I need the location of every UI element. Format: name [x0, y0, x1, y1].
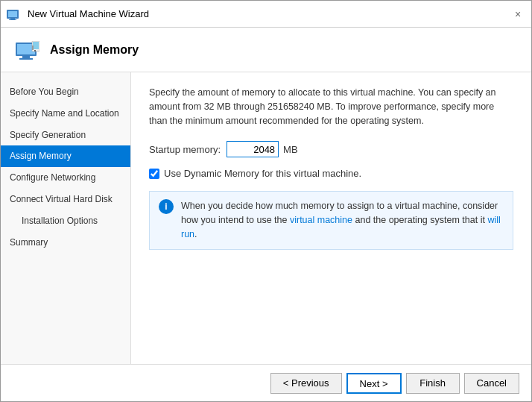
- nav-item-assign-memory[interactable]: Assign Memory: [1, 145, 130, 167]
- startup-memory-unit: MB: [283, 144, 298, 155]
- dynamic-memory-label[interactable]: Use Dynamic Memory for this virtual mach…: [164, 168, 361, 179]
- next-button[interactable]: Next >: [346, 373, 402, 394]
- nav-item-summary[interactable]: Summary: [1, 232, 130, 254]
- previous-button[interactable]: < Previous: [270, 373, 342, 394]
- svg-rect-10: [34, 50, 36, 51]
- nav-item-specify-generation[interactable]: Specify Generation: [1, 125, 130, 146]
- info-text-part2: and the operating system that it: [352, 215, 487, 225]
- info-text-part3: .: [194, 229, 197, 239]
- title-bar: New Virtual Machine Wizard ×: [1, 1, 531, 28]
- close-button[interactable]: ×: [510, 7, 525, 22]
- svg-rect-7: [19, 58, 33, 60]
- nav-item-installation-options[interactable]: Installation Options: [1, 210, 130, 232]
- cancel-button[interactable]: Cancel: [464, 373, 519, 394]
- finish-button[interactable]: Finish: [406, 373, 460, 394]
- title-bar-text: New Virtual Machine Wizard: [28, 8, 510, 19]
- startup-memory-input[interactable]: [227, 141, 279, 157]
- startup-memory-label: Startup memory:: [149, 144, 221, 155]
- svg-rect-11: [32, 45, 34, 50]
- wizard-header: Assign Memory: [1, 28, 531, 72]
- svg-rect-9: [33, 42, 39, 49]
- wizard-body: Before You Begin Specify Name and Locati…: [1, 72, 531, 364]
- startup-memory-row: Startup memory: MB: [149, 141, 513, 157]
- nav-item-specify-name[interactable]: Specify Name and Location: [1, 103, 130, 125]
- dynamic-memory-checkbox[interactable]: [149, 169, 159, 179]
- info-text: When you decide how much memory to assig…: [181, 199, 504, 241]
- info-text-link1: virtual machine: [290, 215, 352, 225]
- dynamic-memory-row: Use Dynamic Memory for this virtual mach…: [149, 168, 513, 179]
- window-icon: [7, 8, 22, 20]
- wizard-window: New Virtual Machine Wizard × Assign Memo…: [0, 0, 532, 402]
- svg-rect-6: [22, 56, 30, 58]
- svg-rect-3: [9, 19, 16, 20]
- nav-item-configure-networking[interactable]: Configure Networking: [1, 167, 130, 189]
- description-text: Specify the amount of memory to allocate…: [149, 86, 513, 128]
- svg-rect-1: [8, 11, 17, 17]
- wizard-nav: Before You Begin Specify Name and Locati…: [1, 72, 131, 364]
- header-icon: [16, 41, 39, 59]
- info-icon: i: [159, 199, 174, 214]
- nav-item-before-you-begin[interactable]: Before You Begin: [1, 81, 130, 103]
- wizard-footer: < Previous Next > Finish Cancel: [1, 364, 531, 401]
- wizard-header-title: Assign Memory: [50, 43, 139, 57]
- wizard-content: Specify the amount of memory to allocate…: [131, 72, 531, 364]
- info-box: i When you decide how much memory to ass…: [149, 191, 513, 249]
- nav-item-connect-hard-disk[interactable]: Connect Virtual Hard Disk: [1, 189, 130, 210]
